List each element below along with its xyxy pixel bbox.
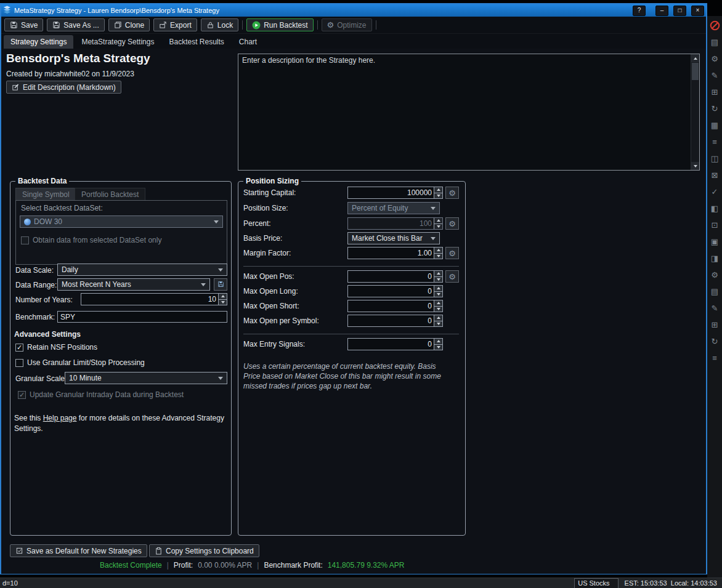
spinner-arrows[interactable] bbox=[434, 271, 442, 282]
strategy-description-input[interactable] bbox=[238, 54, 691, 170]
tab-single-symbol[interactable]: Single Symbol bbox=[15, 188, 76, 201]
margin-factor-value[interactable] bbox=[348, 248, 434, 259]
dock-tool-icon[interactable]: ◨ bbox=[709, 252, 720, 264]
lock-button[interactable]: Lock bbox=[201, 18, 238, 31]
dataset-select[interactable]: DOW 30 bbox=[20, 215, 223, 228]
number-of-years-value[interactable] bbox=[81, 294, 218, 305]
dock-tool-icon[interactable]: ⚙ bbox=[709, 53, 720, 64]
margin-factor-label: Margin Factor: bbox=[243, 247, 291, 259]
position-sizing-note: Uses a certain percentage of current bac… bbox=[243, 361, 449, 392]
chevron-down-icon bbox=[218, 377, 223, 380]
strategy-settings-pane: Bensdorp's Meta Strategy Created by mica… bbox=[1, 49, 706, 574]
dock-tool-icon[interactable]: ▣ bbox=[709, 236, 720, 247]
starting-capital-stepper[interactable] bbox=[347, 187, 443, 199]
help-button[interactable]: ? bbox=[633, 6, 646, 16]
max-open-per-symbol-stepper[interactable] bbox=[347, 315, 443, 327]
data-range-select[interactable]: Most Recent N Years bbox=[57, 278, 210, 291]
close-button[interactable]: × bbox=[691, 6, 704, 16]
spinner-arrows[interactable] bbox=[434, 248, 442, 259]
tab-metastrategy-settings[interactable]: MetaStrategy Settings bbox=[75, 35, 161, 49]
checkbox-check-icon bbox=[15, 547, 23, 555]
market-select[interactable]: US Stocks bbox=[574, 578, 618, 588]
save-data-range-button[interactable] bbox=[214, 278, 227, 291]
pos-sizer-options-button[interactable]: ⚙ bbox=[445, 247, 459, 259]
help-page-link[interactable]: Help page bbox=[43, 414, 77, 422]
scroll-down-arrow[interactable] bbox=[691, 162, 699, 170]
clone-button[interactable]: Clone bbox=[108, 18, 150, 31]
scroll-thumb[interactable] bbox=[692, 63, 699, 80]
pos-sizer-options-button[interactable]: ⚙ bbox=[445, 187, 459, 199]
max-open-per-symbol-value[interactable] bbox=[348, 315, 434, 326]
dock-tool-icon[interactable]: ◧ bbox=[709, 203, 720, 214]
scroll-up-arrow[interactable] bbox=[691, 54, 699, 62]
basis-price-select[interactable]: Market Close this Bar bbox=[347, 232, 440, 244]
dock-tool-icon[interactable]: ⚙ bbox=[709, 269, 720, 280]
tab-strategy-settings[interactable]: Strategy Settings bbox=[4, 35, 73, 49]
save-icon bbox=[217, 280, 224, 289]
spinner-arrows[interactable] bbox=[434, 300, 442, 312]
description-scrollbar[interactable] bbox=[691, 54, 699, 170]
dock-tool-icon[interactable]: ▤ bbox=[709, 36, 720, 47]
granular-limit-checkbox[interactable]: Use Granular Limit/Stop Processing bbox=[15, 358, 145, 367]
tab-backtest-results[interactable]: Backtest Results bbox=[162, 35, 230, 49]
edit-description-button[interactable]: Edit Description (Markdown) bbox=[6, 81, 121, 94]
dock-tool-icon[interactable]: ⊞ bbox=[709, 319, 720, 330]
dock-tool-icon[interactable]: ▤ bbox=[709, 286, 720, 297]
checkbox-box[interactable] bbox=[15, 359, 23, 367]
tab-portfolio-backtest[interactable]: Portfolio Backtest bbox=[75, 188, 145, 201]
max-open-short-stepper[interactable] bbox=[347, 300, 443, 312]
spinner-arrows[interactable] bbox=[434, 187, 442, 198]
pos-sizer-options-button[interactable]: ⚙ bbox=[445, 217, 459, 230]
obtain-data-checkbox: Obtain data from selected DataSet only bbox=[21, 236, 161, 244]
dock-tool-icon[interactable]: ≡ bbox=[709, 352, 720, 363]
export-button[interactable]: Export bbox=[153, 18, 197, 31]
no-entry-icon[interactable] bbox=[709, 20, 720, 31]
dock-tool-icon[interactable]: ≡ bbox=[709, 136, 720, 147]
number-of-years-stepper[interactable] bbox=[81, 293, 227, 305]
save-as-button[interactable]: Save As ... bbox=[47, 18, 104, 31]
dock-tool-icon[interactable]: ✎ bbox=[709, 302, 720, 313]
dock-tool-icon[interactable]: ▦ bbox=[709, 119, 720, 131]
max-open-pos-stepper[interactable] bbox=[347, 270, 443, 283]
spinner-arrows[interactable] bbox=[218, 294, 227, 305]
max-open-long-value[interactable] bbox=[348, 286, 434, 297]
dock-tool-icon[interactable]: ⊠ bbox=[709, 169, 720, 180]
minimize-button[interactable]: – bbox=[655, 6, 668, 16]
spinner-arrows[interactable] bbox=[434, 339, 442, 350]
save-default-button[interactable]: Save as Default for New Strategies bbox=[10, 544, 147, 557]
dock-tool-icon[interactable]: ✎ bbox=[709, 70, 720, 81]
dock-tool-icon[interactable]: ◫ bbox=[709, 153, 720, 164]
copy-settings-button[interactable]: Copy Settings to Clipboard bbox=[149, 544, 259, 557]
checkbox-box[interactable] bbox=[15, 344, 23, 352]
max-entry-signals-value[interactable] bbox=[348, 339, 434, 350]
max-entry-signals-stepper[interactable] bbox=[347, 338, 443, 350]
save-button[interactable]: Save bbox=[4, 18, 43, 31]
maximize-button[interactable]: □ bbox=[673, 6, 686, 16]
granular-scale-select[interactable]: 10 Minute bbox=[65, 372, 227, 384]
status-separator: | bbox=[167, 561, 169, 570]
description-box bbox=[238, 54, 700, 171]
lock-icon bbox=[206, 21, 214, 29]
dock-tool-icon[interactable]: ⊞ bbox=[709, 86, 720, 97]
dock-tool-icon[interactable]: ↻ bbox=[709, 336, 720, 347]
dock-tool-icon[interactable]: ↻ bbox=[709, 103, 720, 114]
starting-capital-value[interactable] bbox=[348, 187, 434, 198]
dock-tool-icon[interactable]: ✓ bbox=[709, 186, 720, 197]
pos-sizer-options-button[interactable]: ⚙ bbox=[445, 270, 459, 283]
tab-chart[interactable]: Chart bbox=[232, 35, 264, 49]
margin-factor-stepper[interactable] bbox=[347, 247, 443, 259]
max-open-pos-value[interactable] bbox=[348, 271, 434, 282]
titlebar[interactable]: MetaStrategy Strategy - Lauren Bendsorp\… bbox=[1, 4, 706, 17]
run-backtest-button[interactable]: Run Backtest bbox=[246, 18, 313, 31]
benchmark-input[interactable] bbox=[57, 311, 227, 323]
app-icon bbox=[3, 5, 11, 16]
data-scale-select[interactable]: Daily bbox=[57, 264, 227, 276]
spinner-arrows[interactable] bbox=[434, 286, 442, 297]
max-open-short-value[interactable] bbox=[348, 300, 434, 312]
dock-tool-icon[interactable]: ⊡ bbox=[709, 219, 720, 230]
max-entry-signals-label: Max Entry Signals: bbox=[243, 338, 305, 350]
max-open-long-stepper[interactable] bbox=[347, 285, 443, 297]
retain-nsf-checkbox[interactable]: Retain NSF Positions bbox=[15, 343, 97, 352]
position-size-select[interactable]: Percent of Equity bbox=[347, 202, 440, 214]
spinner-arrows[interactable] bbox=[434, 315, 442, 326]
